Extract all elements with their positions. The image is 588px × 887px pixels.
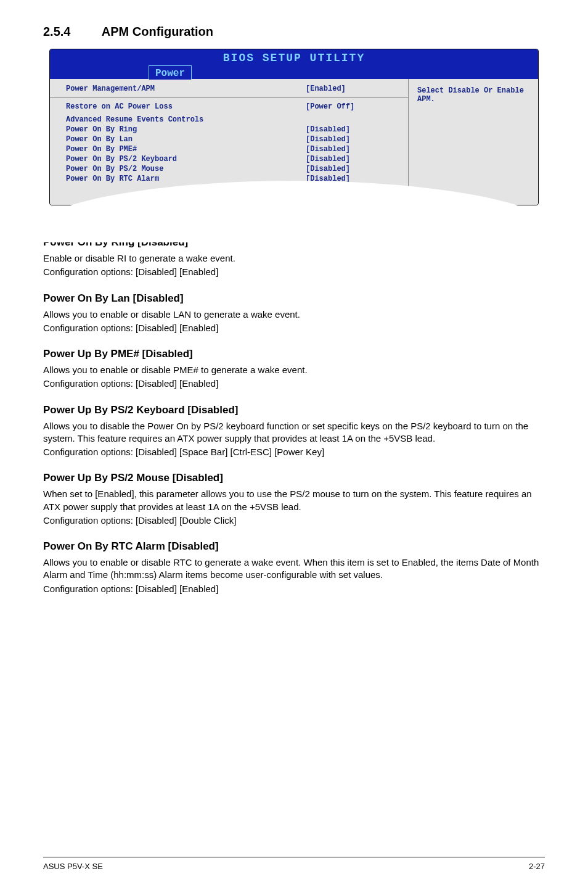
bios-label: Power On By Lan — [66, 135, 306, 144]
bios-label: Power On By PS/2 Keyboard — [66, 155, 306, 163]
footer-divider — [43, 857, 545, 857]
bios-label: Power On By PME# — [66, 145, 306, 154]
bios-divider — [50, 97, 408, 98]
bios-row: Power On By PME# [Disabled] — [66, 144, 398, 154]
paragraph: When set to [Enabled], this parameter al… — [43, 488, 545, 513]
section-name: APM Configuration — [102, 25, 213, 38]
bios-help-text: Select Disable Or Enable APM. — [417, 86, 529, 104]
bios-value: [Power Off] — [306, 102, 398, 111]
bios-value: [Disabled] — [306, 125, 398, 134]
bios-value: [Disabled] — [306, 165, 398, 173]
paragraph: Configuration options: [Disabled] [Doubl… — [43, 514, 545, 527]
section-title: 2.5.4 APM Configuration — [43, 25, 545, 39]
bios-row-restore: Restore on AC Power Loss [Power Off] — [66, 102, 398, 112]
footer-product: ASUS P5V-X SE — [43, 862, 103, 871]
bios-label: Power On By Ring — [66, 125, 306, 134]
bios-row: Power On By PS/2 Keyboard [Disabled] — [66, 154, 398, 164]
bios-row: Power On By Ring [Disabled] — [66, 125, 398, 134]
bios-value: [Disabled] — [306, 145, 398, 154]
paragraph: Allows you to enable or disable RTC to g… — [43, 556, 545, 582]
paragraph: Allows you to disable the Power On by PS… — [43, 420, 545, 445]
paragraph: Configuration options: [Disabled] [Space… — [43, 446, 545, 458]
bios-adv-heading: Advanced Resume Events Controls — [66, 115, 398, 124]
bios-label: Power On By PS/2 Mouse — [66, 165, 306, 173]
section-number: 2.5.4 — [43, 25, 99, 39]
subheading: Power On By Lan [Disabled] — [43, 292, 545, 305]
paragraph: Configuration options: [Disabled] [Enabl… — [43, 266, 545, 278]
bios-header: BIOS SETUP UTILITY Power — [50, 49, 538, 79]
bios-label: Power Management/APM — [66, 85, 306, 93]
bios-row-power-mgmt: Power Management/APM [Enabled] — [66, 84, 398, 94]
bios-value: [Enabled] — [306, 85, 398, 93]
footer-page-number: 2-27 — [529, 862, 545, 871]
bios-screenshot-wrapper: BIOS SETUP UTILITY Power Power Managemen… — [43, 49, 545, 205]
subheading: Power On By RTC Alarm [Disabled] — [43, 540, 545, 553]
subheading: Power Up By PME# [Disabled] — [43, 348, 545, 360]
bios-row: Power On By PS/2 Mouse [Disabled] — [66, 164, 398, 174]
bios-help-pane: Select Disable Or Enable APM. — [409, 79, 538, 205]
bios-value: [Disabled] — [306, 155, 398, 163]
bios-row: Power On By Lan [Disabled] — [66, 134, 398, 144]
paragraph: Allows you to enable or disable PME# to … — [43, 364, 545, 376]
paragraph: Configuration options: [Disabled] [Enabl… — [43, 377, 545, 390]
bios-tab-power: Power — [149, 65, 192, 80]
paragraph: Allows you to enable or disable LAN to g… — [43, 308, 545, 321]
bios-label: Restore on AC Power Loss — [66, 102, 306, 111]
bios-value: [Disabled] — [306, 135, 398, 144]
bios-title: BIOS SETUP UTILITY — [223, 52, 365, 64]
paragraph: Enable or disable RI to generate a wake … — [43, 252, 545, 265]
paragraph: Configuration options: [Disabled] [Enabl… — [43, 583, 545, 595]
paragraph: Configuration options: [Disabled] [Enabl… — [43, 322, 545, 334]
subheading: Power Up By PS/2 Mouse [Disabled] — [43, 472, 545, 484]
subheading: Power Up By PS/2 Keyboard [Disabled] — [43, 404, 545, 416]
